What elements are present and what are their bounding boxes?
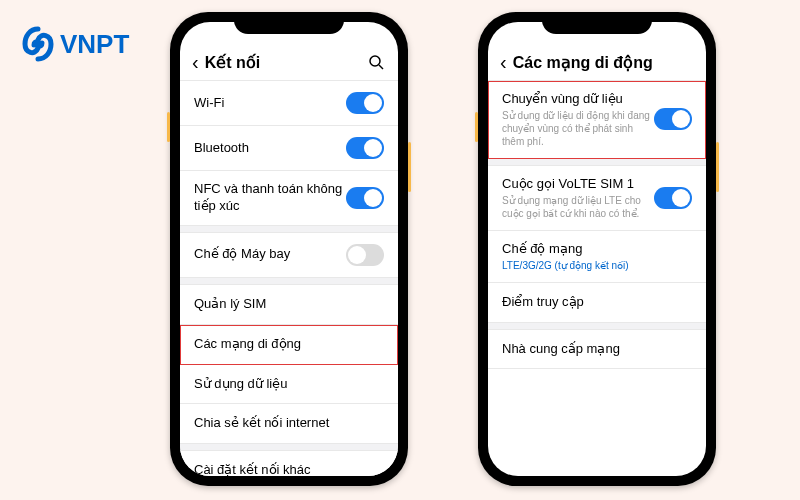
toggle-wifi[interactable]: [346, 92, 384, 114]
label-sim: Quản lý SIM: [194, 296, 384, 313]
back-icon[interactable]: ‹: [500, 52, 507, 72]
row-apn[interactable]: Điểm truy cập: [488, 283, 706, 323]
section-gap: [488, 159, 706, 166]
mobile-networks-list: Chuyển vùng dữ liệu Sử dụng dữ liệu di đ…: [488, 80, 706, 369]
toggle-volte[interactable]: [654, 187, 692, 209]
label-mobile-networks: Các mạng di động: [194, 336, 384, 353]
settings-list: Wi-Fi Bluetooth NFC và thanh toán không …: [180, 80, 398, 476]
phone-left: ‹ Kết nối Wi-Fi Bluetooth NFC và thanh t…: [170, 12, 408, 486]
search-icon[interactable]: [368, 54, 384, 74]
row-volte[interactable]: Cuộc gọi VoLTE SIM 1 Sử dụng mạng dữ liệ…: [488, 166, 706, 231]
toggle-nfc[interactable]: [346, 187, 384, 209]
back-icon[interactable]: ‹: [192, 52, 199, 72]
row-wifi[interactable]: Wi-Fi: [180, 81, 398, 126]
logo-swirl-icon: [20, 26, 56, 62]
toggle-airplane[interactable]: [346, 244, 384, 266]
row-network-operator[interactable]: Nhà cung cấp mạng: [488, 330, 706, 370]
sub-volte: Sử dụng mạng dữ liệu LTE cho cuộc gọi bấ…: [502, 194, 654, 220]
row-airplane[interactable]: Chế độ Máy bay: [180, 233, 398, 278]
label-bluetooth: Bluetooth: [194, 140, 346, 157]
page-title: Các mạng di động: [513, 53, 653, 72]
label-operator: Nhà cung cấp mạng: [502, 341, 692, 358]
label-tethering: Chia sẻ kết nối internet: [194, 415, 384, 432]
row-network-mode[interactable]: Chế độ mạng LTE/3G/2G (tự động kết nối): [488, 231, 706, 283]
sub-roaming: Sử dụng dữ liệu di động khi đang chuyển …: [502, 109, 654, 148]
label-network-mode: Chế độ mạng: [502, 241, 692, 258]
phone-notch: [542, 12, 652, 34]
svg-point-0: [370, 56, 380, 66]
row-sim[interactable]: Quản lý SIM: [180, 285, 398, 325]
phone-right: ‹ Các mạng di động Chuyển vùng dữ liệu S…: [478, 12, 716, 486]
page-title: Kết nối: [205, 53, 261, 72]
toggle-bluetooth[interactable]: [346, 137, 384, 159]
row-nfc[interactable]: NFC và thanh toán không tiếp xúc: [180, 171, 398, 226]
sub-network-mode: LTE/3G/2G (tự động kết nối): [502, 259, 692, 272]
row-mobile-networks[interactable]: Các mạng di động: [180, 325, 398, 365]
label-wifi: Wi-Fi: [194, 95, 346, 112]
toggle-roaming[interactable]: [654, 108, 692, 130]
row-more-connections[interactable]: Cài đặt kết nối khác: [180, 451, 398, 476]
label-nfc: NFC và thanh toán không tiếp xúc: [194, 181, 346, 215]
vnpt-logo: VNPT: [20, 26, 129, 62]
label-airplane: Chế độ Máy bay: [194, 246, 346, 263]
row-tethering[interactable]: Chia sẻ kết nối internet: [180, 404, 398, 444]
screen-mobile-networks: ‹ Các mạng di động Chuyển vùng dữ liệu S…: [488, 22, 706, 476]
section-gap: [180, 278, 398, 285]
label-volte: Cuộc gọi VoLTE SIM 1: [502, 176, 654, 193]
row-data-roaming[interactable]: Chuyển vùng dữ liệu Sử dụng dữ liệu di đ…: [488, 81, 706, 159]
label-roaming: Chuyển vùng dữ liệu: [502, 91, 654, 108]
section-gap: [180, 226, 398, 233]
screen-connections: ‹ Kết nối Wi-Fi Bluetooth NFC và thanh t…: [180, 22, 398, 476]
row-bluetooth[interactable]: Bluetooth: [180, 126, 398, 171]
logo-text: VNPT: [60, 29, 129, 60]
section-gap: [488, 323, 706, 330]
svg-line-1: [379, 65, 383, 69]
row-data-usage[interactable]: Sử dụng dữ liệu: [180, 365, 398, 405]
label-apn: Điểm truy cập: [502, 294, 692, 311]
label-data-usage: Sử dụng dữ liệu: [194, 376, 384, 393]
phone-notch: [234, 12, 344, 34]
section-gap: [180, 444, 398, 451]
label-more: Cài đặt kết nối khác: [194, 462, 384, 476]
